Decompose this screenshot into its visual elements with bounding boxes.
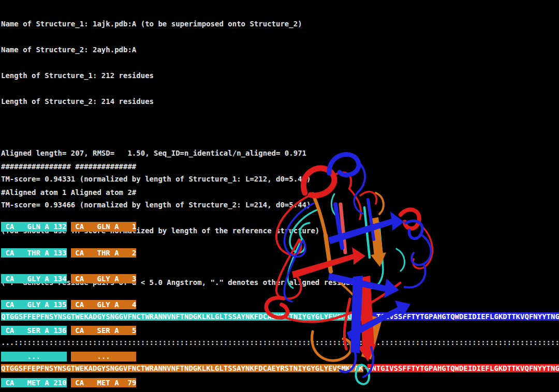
- atom1-cell: CA GLY A 134: [1, 274, 67, 283]
- structure1-length-line: Length of Structure_1: 212 residues: [1, 71, 559, 80]
- aligned-atoms-table: ################ ############## #Aligned…: [1, 145, 136, 392]
- structure-superposition-image: [252, 146, 474, 388]
- terminal-screen: Name of Structure_1: 1ajk.pdb:A (to be s…: [0, 0, 559, 392]
- table-row: CA THR A 133 CA THR A 2: [1, 248, 136, 258]
- table-row: CA GLN A 132 CA GLN A 1: [1, 222, 136, 231]
- table-column-headers: #Aligned atom 1 Aligned atom 2#: [1, 188, 136, 197]
- atom2-cell: CA SER A 5: [71, 326, 137, 335]
- atom2-cell: CA GLY A 4: [71, 300, 137, 309]
- table-top-hash: ################ ##############: [1, 162, 136, 171]
- atom2-cell: CA GLN A 1: [71, 222, 137, 231]
- atom2-cell: ...: [71, 352, 137, 361]
- atom1-cell: CA THR A 133: [1, 248, 67, 258]
- atom1-cell: CA GLN A 132: [1, 222, 67, 231]
- table-row: CA SER A 136 CA SER A 5: [1, 326, 136, 335]
- blank-line: [1, 123, 559, 132]
- atom2-cell: CA THR A 2: [71, 248, 137, 258]
- table-row-ellipsis: ... ...: [1, 352, 136, 361]
- atom1-cell: CA SER A 136: [1, 326, 67, 335]
- atom1-cell: CA GLY A 135: [1, 300, 67, 309]
- table-row: CA MET A 210 CA MET A 79: [1, 378, 136, 387]
- table-row: CA GLY A 135 CA GLY A 4: [1, 300, 136, 309]
- structure2-name-line: Name of Structure_2: 2ayh.pdb:A: [1, 45, 559, 54]
- atom2-cell: CA GLY A 3: [71, 274, 137, 283]
- structure2-length-line: Length of Structure_2: 214 residues: [1, 97, 559, 106]
- atom1-cell: ...: [1, 352, 67, 361]
- atom1-cell: CA MET A 210: [1, 378, 67, 387]
- structure1-name-line: Name of Structure_1: 1ajk.pdb:A (to be s…: [1, 19, 559, 28]
- atom2-cell: CA MET A 79: [71, 378, 137, 387]
- table-row: CA GLY A 134 CA GLY A 3: [1, 274, 136, 283]
